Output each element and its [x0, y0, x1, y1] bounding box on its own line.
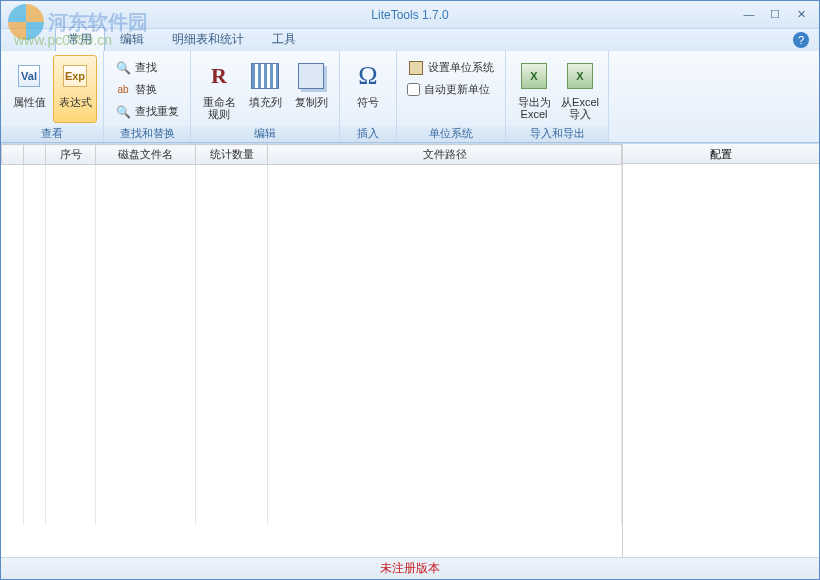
table-row: [2, 165, 622, 525]
group-edit: R 重命名 规则 填充列 复制列 编辑: [191, 51, 340, 142]
auto-update-checkbox[interactable]: 自动更新单位: [403, 79, 499, 100]
copy-col-button[interactable]: 复制列: [289, 55, 333, 123]
col-filename[interactable]: 磁盘文件名: [96, 145, 196, 165]
col-blank1[interactable]: [2, 145, 24, 165]
export-icon: X: [518, 60, 550, 92]
group-find-replace: 🔍 查找 ab 替换 🔍 查找重复 查找和替换: [104, 51, 191, 142]
attr-value-label: 属性值: [13, 96, 46, 108]
omega-icon: Ω: [352, 60, 384, 92]
expression-label: 表达式: [59, 96, 92, 108]
export-excel-button[interactable]: X 导出为 Excel: [512, 55, 556, 123]
group-edit-label: 编辑: [191, 126, 339, 142]
group-unit: 设置单位系统 自动更新单位 单位系统: [397, 51, 506, 142]
tab-tools[interactable]: 工具: [259, 27, 309, 51]
watermark-url: www.pc0359.cn: [14, 32, 112, 48]
rename-label: 重命名 规则: [203, 96, 236, 120]
replace-icon: ab: [115, 82, 131, 98]
attr-value-button[interactable]: Val 属性值: [7, 55, 51, 123]
replace-label: 替换: [135, 82, 157, 97]
window-title: LiteTools 1.7.0: [1, 8, 819, 22]
col-count[interactable]: 统计数量: [196, 145, 268, 165]
fill-col-button[interactable]: 填充列: [243, 55, 287, 123]
rename-icon: R: [203, 60, 235, 92]
set-unit-label: 设置单位系统: [428, 60, 494, 75]
help-button[interactable]: ?: [793, 32, 809, 48]
col-seq[interactable]: 序号: [46, 145, 96, 165]
auto-update-input[interactable]: [407, 83, 420, 96]
ribbon: Val 属性值 Exp 表达式 查看 🔍 查找 ab: [1, 51, 819, 143]
group-insert: Ω 符号 插入: [340, 51, 397, 142]
tab-detail[interactable]: 明细表和统计: [159, 27, 257, 51]
find-dup-label: 查找重复: [135, 104, 179, 119]
status-bar: 未注册版本: [1, 557, 819, 579]
group-find-label: 查找和替换: [104, 126, 190, 142]
fill-icon: [249, 60, 281, 92]
side-config-header[interactable]: 配置: [623, 144, 819, 164]
group-insert-label: 插入: [340, 126, 396, 142]
symbol-button[interactable]: Ω 符号: [346, 55, 390, 123]
titlebar: LiteTools 1.7.0 — ☐ ✕: [1, 1, 819, 29]
side-panel: 配置: [623, 144, 819, 557]
copy-icon: [295, 60, 327, 92]
find-dup-icon: 🔍: [115, 104, 131, 120]
copy-label: 复制列: [295, 96, 328, 108]
minimize-button[interactable]: —: [737, 5, 761, 23]
import-icon: X: [564, 60, 596, 92]
data-grid[interactable]: 序号 磁盘文件名 统计数量 文件路径: [1, 144, 623, 557]
col-path[interactable]: 文件路径: [268, 145, 622, 165]
exp-icon: Exp: [59, 60, 91, 92]
find-button[interactable]: 🔍 查找: [110, 57, 184, 78]
find-dup-button[interactable]: 🔍 查找重复: [110, 101, 184, 122]
group-unit-label: 单位系统: [397, 126, 505, 142]
find-label: 查找: [135, 60, 157, 75]
group-io: X 导出为 Excel X 从Excel 导入 导入和导出: [506, 51, 609, 142]
status-text: 未注册版本: [380, 560, 440, 577]
import-label: 从Excel 导入: [561, 96, 599, 120]
set-unit-icon: [408, 60, 424, 76]
fill-label: 填充列: [249, 96, 282, 108]
symbol-label: 符号: [357, 96, 379, 108]
rename-rule-button[interactable]: R 重命名 规则: [197, 55, 241, 123]
export-label: 导出为 Excel: [518, 96, 551, 120]
close-button[interactable]: ✕: [789, 5, 813, 23]
maximize-button[interactable]: ☐: [763, 5, 787, 23]
ribbon-tabs: 常用 编辑 明细表和统计 工具 ?: [1, 29, 819, 51]
replace-button[interactable]: ab 替换: [110, 79, 184, 100]
val-icon: Val: [13, 60, 45, 92]
auto-update-label: 自动更新单位: [424, 82, 490, 97]
content-area: 序号 磁盘文件名 统计数量 文件路径 配置: [1, 143, 819, 557]
expression-button[interactable]: Exp 表达式: [53, 55, 97, 123]
tab-edit[interactable]: 编辑: [107, 27, 157, 51]
group-io-label: 导入和导出: [506, 126, 608, 142]
find-icon: 🔍: [115, 60, 131, 76]
group-view: Val 属性值 Exp 表达式 查看: [1, 51, 104, 142]
import-excel-button[interactable]: X 从Excel 导入: [558, 55, 602, 123]
col-blank2[interactable]: [24, 145, 46, 165]
set-unit-button[interactable]: 设置单位系统: [403, 57, 499, 78]
group-view-label: 查看: [1, 126, 103, 142]
